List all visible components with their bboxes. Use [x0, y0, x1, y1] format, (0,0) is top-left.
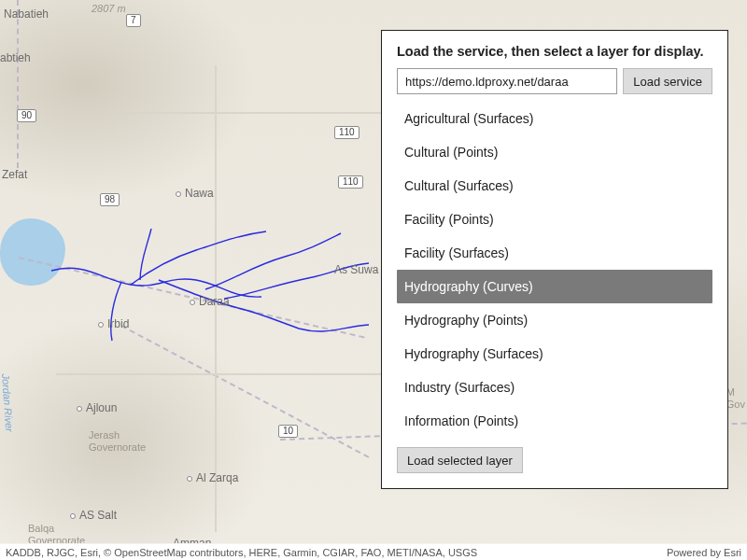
service-url-row: Load service	[397, 68, 712, 94]
route-shield-98: 98	[100, 193, 120, 206]
place-label: Ajloun	[77, 401, 117, 414]
peak-label: 2807 m	[92, 3, 126, 15]
place-label: Zefat	[2, 168, 27, 181]
place-label: abtieh	[0, 51, 31, 64]
load-service-button[interactable]: Load service	[623, 68, 712, 94]
powered-by-esri[interactable]: Powered by Esri	[667, 547, 741, 558]
layer-item[interactable]: Agricultural (Surfaces)	[397, 102, 712, 135]
layer-panel: Load the service, then select a layer fo…	[381, 30, 728, 489]
layer-item[interactable]: Cultural (Points)	[397, 135, 712, 169]
layer-item[interactable]: Facility (Surfaces)	[397, 236, 712, 270]
place-label: Daraa	[190, 295, 230, 308]
layer-list: Agricultural (Surfaces)Cultural (Points)…	[397, 102, 712, 438]
place-label: AS Salt	[70, 509, 117, 522]
place-label: Nabatieh	[4, 7, 49, 21]
route-shield-110: 110	[334, 126, 359, 139]
panel-heading: Load the service, then select a layer fo…	[397, 44, 712, 59]
layer-item[interactable]: Facility (Points)	[397, 203, 712, 236]
layer-item[interactable]: Hydrography (Surfaces)	[397, 337, 712, 371]
layer-item[interactable]: Cultural (Surfaces)	[397, 169, 712, 203]
route-shield-10: 10	[278, 425, 298, 438]
attribution-bar: KADDB, RJGC, Esri, © OpenStreetMap contr…	[0, 543, 747, 560]
place-label: Nawa	[176, 187, 214, 200]
route-shield-90: 90	[17, 109, 36, 122]
place-label: Al Zarqa	[187, 471, 238, 484]
load-selected-layer-button[interactable]: Load selected layer	[397, 447, 523, 473]
layer-item[interactable]: Information (Points)	[397, 404, 712, 438]
layer-item[interactable]: Hydrography (Curves)	[397, 270, 712, 303]
place-label: Irbid	[98, 317, 129, 330]
layer-item[interactable]: Hydrography (Points)	[397, 303, 712, 337]
service-url-input[interactable]	[397, 68, 617, 94]
gov-label: Jerash Governorate	[89, 429, 146, 453]
route-shield-110: 110	[338, 175, 363, 189]
attribution-text: KADDB, RJGC, Esri, © OpenStreetMap contr…	[6, 547, 477, 558]
gov-label: M Gov	[726, 386, 745, 410]
place-label: As Suwa	[334, 263, 378, 276]
layer-item[interactable]: Industry (Surfaces)	[397, 371, 712, 404]
route-shield-7: 7	[126, 14, 141, 27]
